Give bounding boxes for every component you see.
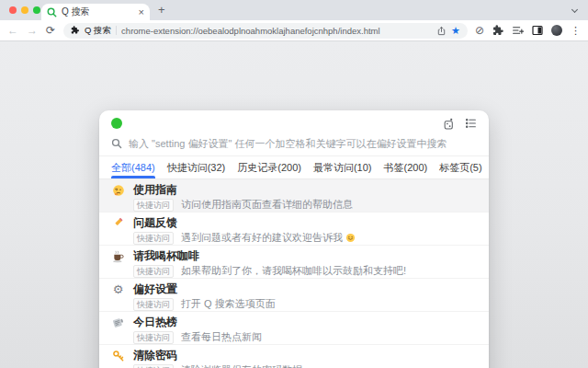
extension-puzzle-icon xyxy=(71,26,80,35)
back-icon[interactable]: ← xyxy=(7,25,18,36)
site-name-label: Q 搜索 xyxy=(85,25,111,37)
list-item-preferences[interactable]: ⚙ 偏好设置 快捷访问 打开 Q 搜索选项页面 xyxy=(99,279,489,312)
address-bar[interactable]: Q 搜索 chrome-extension://oebealodplnoahmo… xyxy=(63,23,468,39)
list-item-feedback[interactable]: 问题反馈 快捷访问 遇到问题或者有好的建议欢迎告诉我 xyxy=(99,213,489,246)
address-bar-separator xyxy=(116,26,117,35)
window-controls xyxy=(9,6,40,14)
browser-menu-kebab-icon[interactable]: ⋮ xyxy=(571,26,581,36)
list-item-usage-guide[interactable]: 使用指南 快捷访问 访问使用指南页面查看详细的帮助信息 xyxy=(99,179,489,213)
dice-icon[interactable] xyxy=(443,118,455,130)
gear-emoji: ⚙ xyxy=(111,282,125,296)
coffee-emoji xyxy=(111,249,125,263)
share-icon[interactable] xyxy=(436,26,447,36)
item-title: 今日热榜 xyxy=(133,315,177,330)
close-window-button[interactable] xyxy=(9,6,17,14)
item-description: 如果帮助到了你，请我喝杯咖啡以示鼓励和支持吧! xyxy=(181,264,406,278)
tab-overview-chevron-icon[interactable] xyxy=(572,7,579,14)
filter-tab-quick-access[interactable]: 快捷访问(32) xyxy=(167,156,226,178)
panel-header xyxy=(99,110,489,131)
maximize-window-button[interactable] xyxy=(33,6,40,14)
filter-tab-history[interactable]: 历史记录(200) xyxy=(237,156,301,178)
item-title: 使用指南 xyxy=(133,182,177,198)
item-badge: 快捷访问 xyxy=(133,199,174,212)
tab-close-icon[interactable]: × xyxy=(139,7,144,17)
side-panel-icon[interactable] xyxy=(532,25,543,36)
item-badge: 快捷访问 xyxy=(133,364,174,368)
item-description: 遇到问题或者有好的建议欢迎告诉我 xyxy=(181,231,343,245)
tab-favicon-search-icon xyxy=(47,7,57,17)
item-title: 偏好设置 xyxy=(133,282,177,297)
profile-avatar[interactable] xyxy=(551,25,562,36)
pencil-emoji xyxy=(111,216,125,230)
tab-title: Q 搜索 xyxy=(62,6,134,18)
forward-icon[interactable]: → xyxy=(27,25,38,36)
item-description: 访问使用指南页面查看详细的帮助信息 xyxy=(181,198,353,212)
search-icon xyxy=(111,138,122,149)
item-description: 打开 Q 搜索选项页面 xyxy=(181,297,276,311)
list-item-daily-hot-list[interactable]: 今日热榜 快捷访问 查看每日热点新闻 xyxy=(99,312,489,345)
filter-tab-bookmarks[interactable]: 书签(200) xyxy=(384,156,428,178)
search-input[interactable] xyxy=(129,138,477,149)
filter-tab-most-visited[interactable]: 最常访问(10) xyxy=(313,156,372,178)
list-item-clear-passwords[interactable]: 清除密码 快捷访问 清除浏览器保存的密码数据 xyxy=(99,345,489,368)
item-badge: 快捷访问 xyxy=(133,298,174,311)
list-menu-icon[interactable] xyxy=(465,118,477,129)
filter-tab-tabs[interactable]: 标签页(5) xyxy=(439,156,481,178)
item-badge: 快捷访问 xyxy=(133,265,174,278)
item-badge: 快捷访问 xyxy=(133,232,174,245)
filter-tab-all[interactable]: 全部(484) xyxy=(111,156,155,178)
page-url: chrome-extension://oebealodplnoahmoklajh… xyxy=(121,26,432,36)
newspaper-emoji xyxy=(111,316,125,329)
new-tab-button[interactable]: + xyxy=(158,3,165,17)
item-title: 请我喝杯咖啡 xyxy=(133,248,199,264)
item-badge: 快捷访问 xyxy=(133,331,174,344)
smiling-face-emoji xyxy=(345,233,356,243)
browser-toolbar: ← → ⟳ Q 搜索 chrome-extension://oebealodpl… xyxy=(0,20,588,41)
reload-icon[interactable]: ⟳ xyxy=(46,25,55,36)
tab-list-icon[interactable] xyxy=(512,25,524,36)
extensions-icon[interactable] xyxy=(492,25,503,36)
thinking-face-emoji xyxy=(111,183,125,197)
content-blocked-icon[interactable]: ⊘ xyxy=(475,25,484,36)
search-panel: 全部(484) 快捷访问(32) 历史记录(200) 最常访问(10) 书签(2… xyxy=(99,110,489,368)
search-bar xyxy=(99,131,489,155)
browser-tab[interactable]: Q 搜索 × xyxy=(41,4,150,20)
item-description: 清除浏览器保存的密码数据 xyxy=(181,363,302,368)
browser-titlebar: Q 搜索 × + xyxy=(0,0,588,20)
bookmark-star-icon[interactable]: ★ xyxy=(451,26,460,36)
item-description: 查看每日热点新闻 xyxy=(181,330,262,344)
minimize-window-button[interactable] xyxy=(21,6,28,14)
item-title: 清除密码 xyxy=(133,348,177,363)
page-background: 全部(484) 快捷访问(32) 历史记录(200) 最常访问(10) 书签(2… xyxy=(0,41,588,368)
status-dot xyxy=(111,118,122,129)
item-title: 问题反馈 xyxy=(133,215,177,231)
key-emoji xyxy=(111,349,125,362)
filter-tabs: 全部(484) 快捷访问(32) 历史记录(200) 最常访问(10) 书签(2… xyxy=(99,155,489,179)
list-item-buy-coffee[interactable]: 请我喝杯咖啡 快捷访问 如果帮助到了你，请我喝杯咖啡以示鼓励和支持吧! xyxy=(99,246,489,279)
